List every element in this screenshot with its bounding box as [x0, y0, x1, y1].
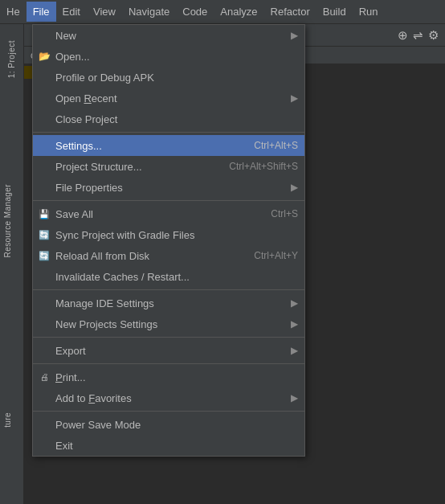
manage-ide-arrow-icon: ▶: [291, 297, 298, 309]
menu-item-print-label: Print...: [55, 371, 86, 383]
menu-item-new-label: New: [55, 30, 76, 42]
menu-item-settings-label: Settings...: [55, 140, 102, 152]
menu-item-profile-debug-label: Profile or Debug APK: [55, 72, 154, 84]
project-tab-label[interactable]: 1: Project: [7, 40, 16, 78]
resource-manager-label: Resource Manager: [3, 184, 12, 257]
menubar-item-build[interactable]: Build: [316, 2, 353, 22]
menu-item-add-favorites-label: Add to Favorites: [55, 392, 132, 404]
menubar-item-edit[interactable]: Edit: [56, 2, 87, 22]
menu-item-file-properties-label: File Properties: [55, 182, 123, 194]
menu-item-open-label: Open...: [55, 51, 90, 63]
menu-item-invalidate-caches[interactable]: Invalidate Caches / Restart...: [33, 266, 304, 287]
split-icon[interactable]: ⇌: [413, 28, 423, 43]
menubar-item-run[interactable]: Run: [353, 2, 385, 22]
menu-item-sync-gradle-label: Sync Project with Gradle Files: [55, 229, 194, 241]
open-icon: 📂: [38, 51, 51, 62]
menubar-item-file[interactable]: File: [27, 2, 56, 22]
settings-shortcut: Ctrl+Alt+S: [254, 140, 298, 151]
save-all-icon: 💾: [38, 209, 51, 219]
sync-gradle-icon: 🔄: [38, 230, 51, 240]
open-recent-arrow-icon: ▶: [291, 92, 298, 104]
globe-icon[interactable]: ⊕: [398, 28, 408, 43]
menu-item-project-structure[interactable]: Project Structure... Ctrl+Alt+Shift+S: [33, 156, 304, 177]
menu-item-open-recent-label: Open Recent: [55, 92, 117, 104]
menu-item-new-projects-settings-label: New Projects Settings: [55, 318, 157, 330]
menu-item-power-save-label: Power Save Mode: [55, 419, 141, 431]
structure-label: ture: [3, 412, 12, 428]
new-projects-settings-arrow-icon: ▶: [291, 318, 298, 330]
menu-item-profile-debug[interactable]: Profile or Debug APK: [33, 67, 304, 88]
add-favorites-arrow-icon: ▶: [291, 392, 298, 404]
export-arrow-icon: ▶: [291, 345, 298, 356]
menubar-item-view[interactable]: View: [87, 2, 122, 22]
menu-item-new[interactable]: New ▶: [33, 25, 304, 46]
menu-item-export-label: Export: [55, 345, 86, 357]
menubar-item-code[interactable]: Code: [176, 2, 214, 22]
menu-item-save-all-label: Save All: [55, 208, 93, 220]
reload-disk-icon: 🔄: [38, 251, 51, 261]
separator-3: [33, 289, 304, 290]
separator-2: [33, 200, 304, 201]
menubar-item-analyze[interactable]: Analyze: [214, 2, 263, 22]
menu-item-manage-ide-settings-label: Manage IDE Settings: [55, 297, 154, 309]
project-structure-shortcut: Ctrl+Alt+Shift+S: [229, 161, 298, 172]
menu-item-print[interactable]: 🖨 Print...: [33, 367, 304, 387]
menu-item-sync-gradle[interactable]: 🔄 Sync Project with Gradle Files: [33, 224, 304, 245]
resource-manager-tab[interactable]: Resource Manager: [0, 177, 14, 265]
file-menu-dropdown: New ▶ 📂 Open... Profile or Debug APK Ope…: [32, 24, 305, 457]
menu-bar: He File Edit View Navigate Code Analyze …: [0, 0, 445, 24]
menu-item-add-favorites[interactable]: Add to Favorites ▶: [33, 387, 304, 408]
print-icon: 🖨: [38, 372, 51, 382]
menubar-item-navigate[interactable]: Navigate: [122, 2, 176, 22]
menubar-item-he[interactable]: He: [0, 2, 27, 22]
menu-item-new-projects-settings[interactable]: New Projects Settings ▶: [33, 313, 304, 334]
menu-item-export[interactable]: Export ▶: [33, 340, 304, 361]
menu-item-open-recent[interactable]: Open Recent ▶: [33, 88, 304, 109]
menubar-item-refactor[interactable]: Refactor: [264, 2, 316, 22]
menu-item-save-all[interactable]: 💾 Save All Ctrl+S: [33, 203, 304, 224]
menu-item-open[interactable]: 📂 Open...: [33, 46, 304, 67]
menu-item-reload-disk[interactable]: 🔄 Reload All from Disk Ctrl+Alt+Y: [33, 245, 304, 266]
menu-item-project-structure-label: Project Structure...: [55, 161, 142, 173]
file-properties-arrow-icon: ▶: [291, 182, 298, 193]
separator-5: [33, 363, 304, 364]
menu-item-exit-label: Exit: [55, 440, 73, 452]
menu-item-power-save[interactable]: Power Save Mode: [33, 414, 304, 435]
menu-item-close-project-label: Close Project: [55, 113, 117, 125]
separator-4: [33, 337, 304, 338]
separator-1: [33, 132, 304, 133]
menu-item-exit[interactable]: Exit: [33, 435, 304, 456]
menu-item-close-project[interactable]: Close Project: [33, 109, 304, 129]
menu-item-reload-disk-label: Reload All from Disk: [55, 250, 149, 262]
menu-item-manage-ide-settings[interactable]: Manage IDE Settings ▶: [33, 293, 304, 313]
new-arrow-icon: ▶: [291, 30, 298, 41]
menu-item-file-properties[interactable]: File Properties ▶: [33, 177, 304, 198]
save-all-shortcut: Ctrl+S: [271, 208, 298, 219]
gear-icon[interactable]: ⚙: [428, 28, 439, 43]
structure-tab[interactable]: ture: [0, 400, 14, 440]
separator-6: [33, 411, 304, 412]
menu-item-invalidate-caches-label: Invalidate Caches / Restart...: [55, 271, 190, 283]
menu-item-settings[interactable]: Settings... Ctrl+Alt+S: [33, 135, 304, 156]
reload-disk-shortcut: Ctrl+Alt+Y: [254, 250, 298, 261]
